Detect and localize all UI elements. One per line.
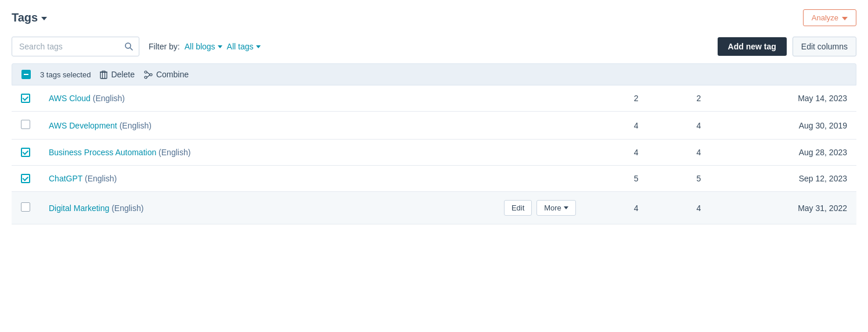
posts-count-4: 5 <box>585 166 648 192</box>
row-actions-cell-3 <box>385 140 585 166</box>
edit-label: Edit <box>512 204 524 212</box>
page-title: Tags <box>12 11 47 24</box>
tag-name-cell: AWS Cloud (English) <box>39 85 385 112</box>
tag-name-text: AWS Development <box>49 121 117 130</box>
tag-name-cell: AWS Development (English) <box>39 112 385 140</box>
edit-button-5[interactable]: Edit <box>504 200 532 216</box>
svg-point-0 <box>125 43 131 48</box>
filter-tags-label: All tags <box>227 42 254 51</box>
tag-link-4[interactable]: ChatGPT (English) <box>49 174 117 183</box>
svg-point-8 <box>150 73 152 76</box>
row-checkbox-cell <box>12 166 39 192</box>
combine-label: Combine <box>156 70 189 79</box>
svg-line-1 <box>131 48 133 51</box>
tag-name-cell: ChatGPT (English) <box>39 166 385 192</box>
add-new-tag-label: Add new tag <box>728 42 776 51</box>
tag-name-text: AWS Cloud <box>49 94 91 103</box>
delete-label: Delete <box>111 70 134 79</box>
trash-icon <box>100 70 107 79</box>
row-checkbox-1[interactable] <box>21 94 30 103</box>
tag-link-1[interactable]: AWS Cloud (English) <box>49 94 125 103</box>
edit-columns-label: Edit columns <box>801 42 848 51</box>
filter-blogs-chevron-icon <box>218 45 222 48</box>
select-all-checkbox[interactable] <box>21 70 31 79</box>
row-actions-cell-1 <box>385 85 585 112</box>
tag-link-3[interactable]: Business Process Automation (English) <box>49 148 190 157</box>
selected-count: 3 tags selected <box>40 70 91 79</box>
toolbar-row: Filter by: All blogs All tags Add new ta… <box>12 37 856 56</box>
more-button-5[interactable]: More <box>536 200 576 216</box>
filter-blogs-button[interactable]: All blogs <box>185 42 222 51</box>
selection-bar: 3 tags selected Delete Combine <box>12 63 856 85</box>
tag-name-text: Digital Marketing <box>49 204 109 213</box>
title-text: Tags <box>12 11 38 24</box>
row-checkbox-3[interactable] <box>21 148 30 157</box>
table-row: Business Process Automation (English) 4 … <box>12 140 856 166</box>
analyze-button[interactable]: Analyze <box>803 9 856 26</box>
posts-count-2: 4 <box>585 112 648 140</box>
date-cell-1: May 14, 2023 <box>710 85 856 112</box>
filter-label: Filter by: <box>149 42 180 51</box>
row-actions-cell-4 <box>385 166 585 192</box>
tag-lang: (English) <box>85 174 117 183</box>
header-row: Tags Analyze <box>12 9 856 26</box>
tag-link-2[interactable]: AWS Development (English) <box>49 121 152 130</box>
checkmark-icon <box>22 95 28 101</box>
row-checkbox-4[interactable] <box>21 174 30 183</box>
combine-button[interactable]: Combine <box>144 70 189 79</box>
svg-point-6 <box>145 71 147 73</box>
minus-icon <box>24 74 28 75</box>
toolbar-right: Add new tag Edit columns <box>718 37 856 56</box>
tag-link-5[interactable]: Digital Marketing (English) <box>49 204 143 213</box>
tag-lang: (English) <box>93 94 125 103</box>
row-checkbox-5[interactable] <box>21 202 30 212</box>
row-checkbox-cell <box>12 192 39 224</box>
toolbar-left: Filter by: All blogs All tags <box>12 37 261 56</box>
search-input[interactable] <box>12 37 139 56</box>
edit-columns-button[interactable]: Edit columns <box>793 37 856 56</box>
table-row: AWS Cloud (English) 2 2 May 14, 2023 <box>12 85 856 112</box>
search-icon-button[interactable] <box>124 42 134 51</box>
pages-count-3: 4 <box>648 140 711 166</box>
page-wrapper: Tags Analyze Filter by: Al <box>0 0 868 234</box>
tag-table: AWS Cloud (English) 2 2 May 14, 2023 AWS… <box>12 85 856 224</box>
pages-count-5: 4 <box>648 192 711 224</box>
title-chevron-icon[interactable] <box>41 17 47 20</box>
tag-name-text: Business Process Automation <box>49 148 156 157</box>
date-cell-2: Aug 30, 2019 <box>710 112 856 140</box>
tag-name-text: ChatGPT <box>49 174 82 183</box>
date-cell-4: Sep 12, 2023 <box>710 166 856 192</box>
tag-lang: (English) <box>159 148 190 157</box>
filter-tags-button[interactable]: All tags <box>227 42 261 51</box>
search-icon <box>124 42 134 51</box>
checkmark-icon <box>22 175 28 181</box>
row-checkbox-cell <box>12 85 39 112</box>
filter-section: Filter by: All blogs All tags <box>149 42 261 51</box>
delete-button[interactable]: Delete <box>100 70 134 79</box>
pages-count-1: 2 <box>648 85 711 112</box>
table-row: ChatGPT (English) 5 5 Sep 12, 2023 <box>12 166 856 192</box>
analyze-chevron-icon <box>842 17 848 20</box>
posts-count-1: 2 <box>585 85 648 112</box>
pages-count-4: 5 <box>648 166 711 192</box>
tag-name-cell: Digital Marketing (English) <box>39 192 385 224</box>
svg-point-7 <box>145 76 147 78</box>
posts-count-5: 4 <box>585 192 648 224</box>
row-actions-cell-5: Edit More <box>385 192 585 224</box>
svg-rect-2 <box>100 72 107 78</box>
analyze-label: Analyze <box>812 13 838 22</box>
add-new-tag-button[interactable]: Add new tag <box>718 37 787 56</box>
more-chevron-icon <box>564 206 568 209</box>
table-row: AWS Development (English) 4 4 Aug 30, 20… <box>12 112 856 140</box>
row-checkbox-cell <box>12 140 39 166</box>
svg-line-9 <box>147 72 150 74</box>
filter-blogs-label: All blogs <box>185 42 215 51</box>
row-checkbox-2[interactable] <box>21 120 30 129</box>
tag-lang: (English) <box>111 204 143 213</box>
row-checkbox-cell <box>12 112 39 140</box>
filter-tags-chevron-icon <box>256 45 261 48</box>
date-cell-5: May 31, 2022 <box>710 192 856 224</box>
posts-count-3: 4 <box>585 140 648 166</box>
pages-count-2: 4 <box>648 112 711 140</box>
table-row: Digital Marketing (English) Edit More 4 … <box>12 192 856 224</box>
